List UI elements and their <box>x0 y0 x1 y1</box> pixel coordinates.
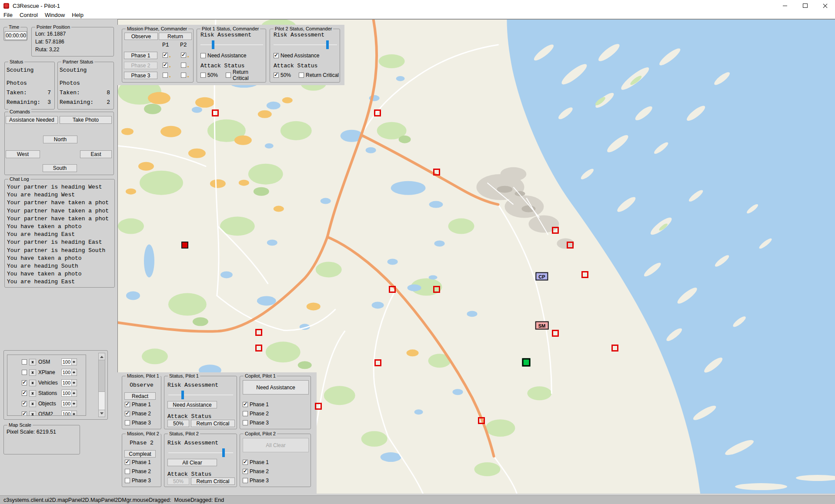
risk-assessment-slider[interactable] <box>168 391 233 399</box>
opacity-spinner-icon[interactable] <box>71 401 77 407</box>
layer-order-spinner-icon[interactable] <box>29 359 36 365</box>
menu-control[interactable]: Control <box>16 12 41 18</box>
phase-2-checkbox[interactable] <box>243 469 248 474</box>
opacity-spinner-icon[interactable] <box>71 390 77 396</box>
fifty-percent-button[interactable]: 50% <box>167 420 189 427</box>
take-photo-button[interactable]: Take Photo <box>60 116 112 124</box>
slider-thumb[interactable] <box>181 391 184 399</box>
phase-3-checkbox[interactable] <box>125 478 130 483</box>
phase-2-p2-checkbox[interactable] <box>181 63 186 68</box>
need-assistance-button[interactable]: Need Assistance <box>167 401 217 408</box>
green-unit-marker[interactable] <box>522 358 531 367</box>
layer-visible-checkbox[interactable] <box>22 411 27 416</box>
phase-1-p2-checkbox[interactable] <box>181 53 186 58</box>
layer-order-spinner-icon[interactable] <box>29 380 36 386</box>
layer-order-spinner-icon[interactable] <box>29 411 36 416</box>
minimize-button[interactable] <box>775 0 795 11</box>
poi-marker[interactable] <box>581 271 588 278</box>
east-button[interactable]: East <box>80 150 112 158</box>
phase-2-button[interactable]: Phase 2 <box>124 62 157 69</box>
opacity-spinner-icon[interactable] <box>71 411 77 416</box>
layer-order-spinner-icon[interactable] <box>29 401 36 407</box>
assistance-needed-button[interactable]: Assistance Needed <box>6 116 58 124</box>
compleat-button[interactable]: Compleat <box>124 450 156 458</box>
layer-list[interactable]: OSM100XPlane100Vehicles100Stations100Obj… <box>7 355 86 416</box>
poi-marker[interactable] <box>255 345 262 351</box>
opacity-spinner-icon[interactable] <box>71 359 77 365</box>
fifty-percent-checkbox[interactable] <box>200 73 206 78</box>
north-button[interactable]: North <box>43 136 77 143</box>
opacity-spinner-icon[interactable] <box>71 380 77 386</box>
menu-help[interactable]: Help <box>68 12 87 18</box>
poi-marker[interactable] <box>433 286 440 293</box>
poi-marker[interactable] <box>374 109 381 116</box>
poi-marker[interactable] <box>374 359 381 366</box>
return-critical-button[interactable]: Return Critical <box>191 420 235 427</box>
all-clear-button[interactable]: All Clear <box>167 459 217 466</box>
phase-1-checkbox[interactable] <box>243 402 248 407</box>
fifty-percent-button[interactable]: 50% <box>167 477 189 485</box>
redact-button[interactable]: Redact <box>124 392 156 400</box>
opacity-spinner-icon[interactable] <box>71 369 77 375</box>
poi-marker[interactable] <box>552 227 559 234</box>
risk-assessment-slider[interactable] <box>200 40 263 49</box>
layer-order-spinner-icon[interactable] <box>29 390 36 397</box>
need-assistance-button[interactable]: Need Assistance <box>243 380 309 395</box>
layer-opacity-input[interactable]: 100 <box>61 390 77 397</box>
poi-marker[interactable] <box>611 345 618 351</box>
phase-2-checkbox[interactable] <box>125 411 130 416</box>
observe-button[interactable]: Observe <box>124 33 158 40</box>
need-assistance-checkbox[interactable] <box>274 53 279 58</box>
chat-log-list[interactable]: Your partner is heading WestYou are head… <box>7 184 112 286</box>
layer-order-spinner-icon[interactable] <box>29 369 36 376</box>
poi-marker[interactable] <box>315 403 322 410</box>
phase-1-p1-checkbox[interactable] <box>163 53 168 58</box>
all-clear-button[interactable]: All Clear <box>243 438 309 452</box>
layer-opacity-input[interactable]: 100 <box>61 369 77 376</box>
south-button[interactable]: South <box>43 164 77 172</box>
phase-3-p2-checkbox[interactable] <box>181 73 186 78</box>
phase-2-checkbox[interactable] <box>243 411 248 416</box>
scroll-down-icon[interactable] <box>99 410 105 417</box>
fifty-percent-checkbox[interactable] <box>274 73 279 78</box>
menu-window[interactable]: Window <box>41 12 68 18</box>
layer-list-scrollbar[interactable] <box>98 353 105 417</box>
cp-label-marker[interactable]: CP <box>535 272 548 281</box>
poi-marker[interactable] <box>478 417 485 424</box>
poi-marker[interactable] <box>255 329 262 336</box>
red-unit-marker[interactable] <box>181 242 188 249</box>
phase-1-checkbox[interactable] <box>243 460 248 465</box>
layer-visible-checkbox[interactable] <box>22 380 27 385</box>
return-critical-button[interactable]: Return Critical <box>191 477 235 485</box>
scroll-up-icon[interactable] <box>99 353 105 360</box>
phase-3-p1-checkbox[interactable] <box>163 73 168 78</box>
risk-assessment-slider[interactable] <box>274 40 337 49</box>
poi-marker[interactable] <box>567 242 574 249</box>
layer-visible-checkbox[interactable] <box>22 391 27 396</box>
scrollbar-thumb[interactable] <box>99 360 105 392</box>
poi-marker[interactable] <box>212 109 219 116</box>
phase-2-checkbox[interactable] <box>125 469 130 474</box>
phase-2-p1-checkbox[interactable] <box>163 63 168 68</box>
poi-marker[interactable] <box>433 169 440 176</box>
sm-label-marker[interactable]: SM <box>535 322 549 330</box>
west-button[interactable]: West <box>6 150 40 158</box>
layer-opacity-input[interactable]: 100 <box>61 358 77 365</box>
slider-thumb[interactable] <box>326 40 329 49</box>
need-assistance-checkbox[interactable] <box>200 53 206 58</box>
return-button[interactable]: Return <box>159 33 192 40</box>
layer-visible-checkbox[interactable] <box>22 359 27 365</box>
poi-marker[interactable] <box>552 330 559 337</box>
slider-thumb[interactable] <box>212 40 214 49</box>
return-critical-checkbox[interactable] <box>226 73 231 78</box>
phase-1-button[interactable]: Phase 1 <box>124 52 157 59</box>
phase-3-checkbox[interactable] <box>125 420 130 425</box>
slider-thumb[interactable] <box>222 448 225 457</box>
layer-visible-checkbox[interactable] <box>22 370 27 375</box>
layer-opacity-input[interactable]: 100 <box>61 411 77 416</box>
return-critical-checkbox[interactable] <box>299 73 304 78</box>
phase-3-button[interactable]: Phase 3 <box>124 72 157 79</box>
layer-opacity-input[interactable]: 100 <box>61 400 77 407</box>
phase-3-checkbox[interactable] <box>243 478 248 483</box>
close-button[interactable] <box>815 0 835 11</box>
